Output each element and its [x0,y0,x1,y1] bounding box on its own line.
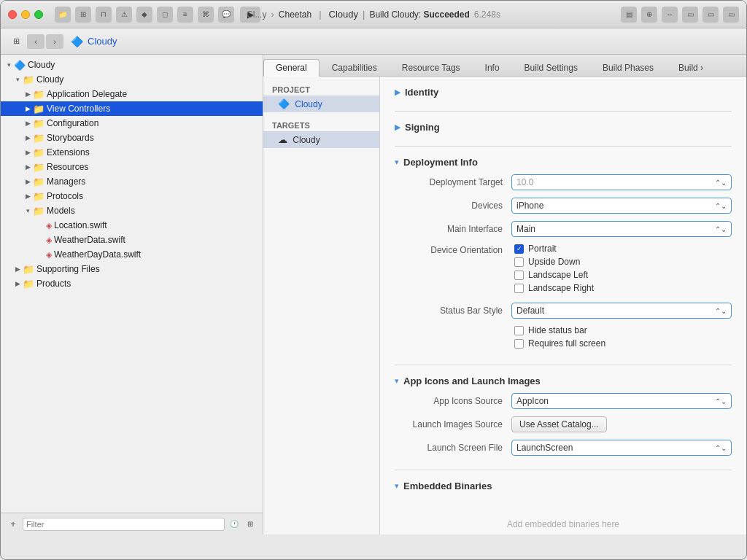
link-icon[interactable]: ⌘ [198,7,214,23]
requires-full-screen-checkbox[interactable] [514,339,524,349]
hide-status-bar-row[interactable]: Hide status bar [511,325,732,335]
expand-arrow: ▾ [4,61,14,69]
upsidedown-checkbox[interactable] [514,257,524,267]
tree-item-app-delegate[interactable]: ▶ 📁 Application Delegate [1,87,263,101]
expand-arrow: ▾ [12,76,23,83]
filter-options-icon[interactable]: ⊞ [244,518,257,531]
tree-item-view-controllers[interactable]: ▶ 📁 View Controllers [1,101,263,116]
section-expand-icon: ▾ [395,158,399,167]
forward-button[interactable]: › [46,34,63,49]
filter-recent-icon[interactable]: 🕐 [228,518,241,531]
devices-control[interactable]: iPhone ⌃⌄ [511,198,732,214]
status-bar-style-select[interactable]: Default ⌃⌄ [511,303,732,319]
item-label: Models [47,206,75,216]
tree-item-protocols[interactable]: ▶ 📁 Protocols [1,189,263,203]
tree-item-storyboards[interactable]: ▶ 📁 Storyboards [1,131,263,145]
devices-select[interactable]: iPhone ⌃⌄ [511,198,732,214]
grid-icon[interactable]: ⊞ [75,7,91,23]
tab-general[interactable]: General [263,59,320,77]
deployment-target-select[interactable]: 10.0 ⌃⌄ [511,174,732,190]
embedded-binaries-section: ▾ Embedded Binaries Add embedded binarie… [395,470,732,534]
portrait-checkbox[interactable]: ✓ [514,244,524,254]
editor-version-icon[interactable]: ↔ [662,7,678,23]
add-file-button[interactable]: + [7,518,20,531]
deployment-section-header[interactable]: ▾ Deployment Info [395,154,732,174]
folder-icon: 📁 [23,264,34,275]
nav-item-project[interactable]: 🔷 Cloudy [263,96,379,112]
orientation-landscape-left-row[interactable]: Landscape Left [511,270,732,280]
embedded-binaries-section-header[interactable]: ▾ Embedded Binaries [395,478,732,497]
orientation-portrait-row[interactable]: ✓ Portrait [511,244,732,254]
tree-item-configuration[interactable]: ▶ 📁 Configuration [1,116,263,131]
deployment-target-control[interactable]: 10.0 ⌃⌄ [511,174,732,190]
folder-icon: 📁 [33,206,44,217]
back-button[interactable]: ‹ [27,34,44,49]
maximize-button[interactable] [34,10,43,19]
tree-item-managers[interactable]: ▶ 📁 Managers [1,174,263,189]
status-bar-style-control[interactable]: Default ⌃⌄ [511,303,732,319]
orientation-checkboxes: ✓ Portrait Upside Down Landscape Left [511,244,732,296]
minimize-button[interactable] [21,10,30,19]
navigator-toggle[interactable]: ▭ [682,7,698,23]
orientation-landscape-right-row[interactable]: Landscape Right [511,283,732,293]
app-icons-source-select[interactable]: AppIcon ⌃⌄ [511,393,732,409]
editor-standard-icon[interactable]: ▤ [621,7,637,23]
tab-build-more[interactable]: Build › [666,59,716,77]
editor-assistant-icon[interactable]: ⊕ [641,7,657,23]
breadcrumb-scheme[interactable]: Cl...y [247,9,266,20]
tree-item-location-swift[interactable]: ▶ ◈ Location.swift [1,218,263,233]
warning-icon[interactable]: ⚠ [116,7,132,23]
orientation-upsidedown-row[interactable]: Upside Down [511,257,732,267]
landscape-right-checkbox[interactable] [514,284,524,293]
status-divider: | [363,9,365,20]
close-button[interactable] [8,10,17,19]
merge-icon[interactable]: ⊓ [96,7,112,23]
debug-toggle[interactable]: ▭ [703,7,719,23]
identity-section-header[interactable]: ▶ Identity [395,84,732,104]
use-asset-catalog-button[interactable]: Use Asset Catalog... [511,416,607,432]
diagram-icon[interactable]: ◻ [157,7,173,23]
tree-item-models[interactable]: ▾ 📁 Models [1,203,263,218]
requires-full-screen-row[interactable]: Requires full screen [511,338,732,349]
tab-build-settings[interactable]: Build Settings [512,59,590,77]
launch-screen-file-control[interactable]: LaunchScreen ⌃⌄ [511,440,732,456]
speech-icon[interactable]: 💬 [218,7,234,23]
main-interface-select[interactable]: Main ⌃⌄ [511,221,732,237]
hide-status-bar-label: Hide status bar [528,325,587,335]
tree-item-cloudy-folder[interactable]: ▾ 📁 Cloudy [1,72,263,87]
tree-item-products[interactable]: ▶ 📁 Products [1,276,263,291]
launch-screen-file-select[interactable]: LaunchScreen ⌃⌄ [511,440,732,456]
main-interface-control[interactable]: Main ⌃⌄ [511,221,732,237]
tab-capabilities[interactable]: Capabilities [320,59,390,77]
list-icon[interactable]: ≡ [177,7,193,23]
breakpoint-icon[interactable]: ◆ [136,7,152,23]
tab-info[interactable]: Info [473,59,512,77]
device-orientation-label: Device Orientation [395,244,511,255]
folder-icon[interactable]: 📁 [55,7,71,23]
breadcrumb-device[interactable]: Cheetah [279,9,311,20]
title-divider: | [316,9,324,20]
section-expand-icon: ▾ [395,376,399,386]
app-icons-section-header[interactable]: ▾ App Icons and Launch Images [395,373,732,392]
deployment-target-label: Deployment Target [395,177,511,187]
nav-item-target[interactable]: ☁ Cloudy [263,131,379,148]
landscape-left-checkbox[interactable] [514,271,524,280]
tree-item-resources[interactable]: ▶ 📁 Resources [1,160,263,174]
tree-item-extensions[interactable]: ▶ 📁 Extensions [1,145,263,160]
inspector-toggle[interactable]: ▭ [723,7,739,23]
select-value: Default [516,306,544,316]
hide-status-bar-checkbox[interactable] [514,326,524,335]
launch-images-source-control[interactable]: Use Asset Catalog... [511,416,732,432]
signing-section-header[interactable]: ▶ Signing [395,119,732,139]
chevron-down-icon: ⌃⌄ [715,444,727,452]
tree-item-weatherdaydata-swift[interactable]: ▶ ◈ WeatherDayData.swift [1,247,263,262]
tree-item-supporting-files[interactable]: ▶ 📁 Supporting Files [1,262,263,276]
section-title: Identity [405,87,438,98]
grid-view-icon[interactable]: ⊞ [8,34,24,50]
tab-resource-tags[interactable]: Resource Tags [390,59,473,77]
app-icons-source-control[interactable]: AppIcon ⌃⌄ [511,393,732,409]
tree-item-weatherdata-swift[interactable]: ▶ ◈ WeatherData.swift [1,233,263,247]
tree-item-cloudy-root[interactable]: ▾ 🔷 Cloudy [1,58,263,72]
tab-build-phases[interactable]: Build Phases [590,59,666,77]
filter-input[interactable] [23,518,225,531]
